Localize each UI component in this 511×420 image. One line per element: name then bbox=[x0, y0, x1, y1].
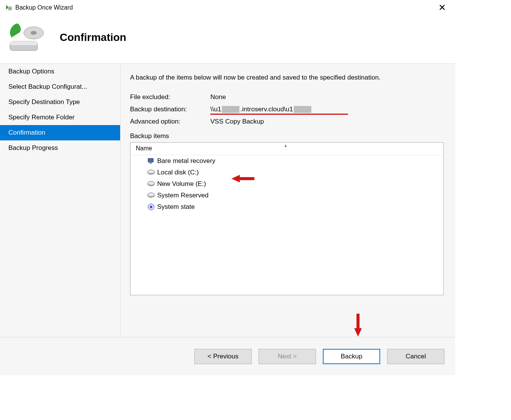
row-file-excluded: File excluded: None bbox=[130, 93, 444, 101]
list-item[interactable]: System state bbox=[130, 201, 443, 213]
disk-icon bbox=[147, 169, 155, 176]
list-item[interactable]: System Reserved bbox=[130, 190, 443, 201]
annotation-underline bbox=[210, 114, 348, 115]
backup-dest-value: \\u1.introserv.cloud\u1 bbox=[210, 106, 444, 113]
item-label: New Volume (E:) bbox=[157, 180, 206, 188]
next-button: Next > bbox=[259, 349, 316, 364]
backup-dest-label: Backup destination: bbox=[130, 106, 210, 113]
main-panel: Backup Options Select Backup Configurat.… bbox=[0, 63, 455, 337]
redacted-segment bbox=[222, 106, 239, 113]
sidebar-item-backup-options[interactable]: Backup Options bbox=[0, 64, 120, 79]
item-label: Bare metal recovery bbox=[157, 157, 215, 165]
svg-point-1 bbox=[9, 8, 11, 9]
annotation-arrow-icon bbox=[231, 173, 254, 184]
svg-point-3 bbox=[31, 31, 37, 35]
svg-marker-17 bbox=[354, 314, 362, 337]
backup-button[interactable]: Backup bbox=[323, 349, 380, 364]
wizard-header: Confirmation bbox=[0, 15, 455, 63]
dest-mid: .introserv.cloud\u1 bbox=[240, 106, 293, 113]
sidebar-item-progress[interactable]: Backup Progress bbox=[0, 140, 120, 156]
svg-point-11 bbox=[148, 181, 155, 185]
list-item[interactable]: Local disk (C:) bbox=[130, 167, 443, 178]
dest-prefix: \\u1 bbox=[210, 106, 221, 113]
column-header-text: Name bbox=[136, 145, 152, 151]
sidebar-item-remote-folder[interactable]: Specify Remote Folder bbox=[0, 110, 120, 125]
page-title: Confirmation bbox=[60, 31, 126, 44]
svg-point-15 bbox=[150, 206, 152, 208]
svg-marker-16 bbox=[231, 175, 254, 182]
file-excluded-label: File excluded: bbox=[130, 93, 210, 101]
annotation-arrow-icon bbox=[353, 314, 363, 337]
step-sidebar: Backup Options Select Backup Configurat.… bbox=[0, 64, 120, 337]
gear-icon bbox=[147, 203, 155, 211]
backup-items-list[interactable]: Name ▲ Bare metal recovery Local disk (C… bbox=[130, 142, 444, 295]
close-button[interactable]: ✕ bbox=[434, 2, 451, 13]
list-item[interactable]: New Volume (E:) bbox=[130, 178, 443, 190]
svg-rect-6 bbox=[148, 158, 153, 162]
row-backup-dest: Backup destination: \\u1.introserv.cloud… bbox=[130, 106, 444, 113]
item-label: System state bbox=[157, 203, 195, 211]
svg-rect-5 bbox=[10, 41, 37, 45]
cancel-button[interactable]: Cancel bbox=[387, 349, 444, 364]
file-excluded-value: None bbox=[210, 93, 444, 101]
titlebar: Backup Once Wizard ✕ bbox=[0, 0, 455, 15]
row-advanced-option: Advanced option: VSS Copy Backup bbox=[130, 118, 444, 125]
svg-rect-7 bbox=[150, 163, 152, 164]
disk-icon bbox=[147, 192, 155, 199]
sidebar-item-select-config[interactable]: Select Backup Configurat... bbox=[0, 79, 120, 94]
disk-icon bbox=[147, 180, 155, 188]
svg-point-9 bbox=[148, 170, 155, 174]
sidebar-item-dest-type[interactable]: Specify Destination Type bbox=[0, 94, 120, 110]
window-title: Backup Once Wizard bbox=[15, 4, 73, 11]
content-panel: A backup of the items below will now be … bbox=[120, 64, 455, 337]
sort-caret-icon: ▲ bbox=[284, 143, 288, 148]
intro-text: A backup of the items below will now be … bbox=[130, 73, 444, 83]
redacted-segment bbox=[294, 106, 311, 113]
list-item[interactable]: Bare metal recovery bbox=[130, 155, 443, 167]
sidebar-item-confirmation[interactable]: Confirmation bbox=[0, 125, 120, 140]
app-icon bbox=[5, 4, 12, 11]
item-label: Local disk (C:) bbox=[157, 169, 199, 176]
column-header-name[interactable]: Name ▲ bbox=[130, 143, 443, 155]
monitor-icon bbox=[147, 157, 155, 165]
advanced-option-value: VSS Copy Backup bbox=[210, 118, 444, 125]
advanced-option-label: Advanced option: bbox=[130, 118, 210, 125]
button-bar: < Previous Next > Backup Cancel bbox=[0, 337, 455, 375]
previous-button[interactable]: < Previous bbox=[194, 349, 252, 364]
backup-icon bbox=[7, 22, 45, 53]
backup-items-label: Backup items bbox=[130, 132, 444, 140]
item-label: System Reserved bbox=[157, 192, 208, 199]
svg-point-13 bbox=[148, 193, 155, 197]
